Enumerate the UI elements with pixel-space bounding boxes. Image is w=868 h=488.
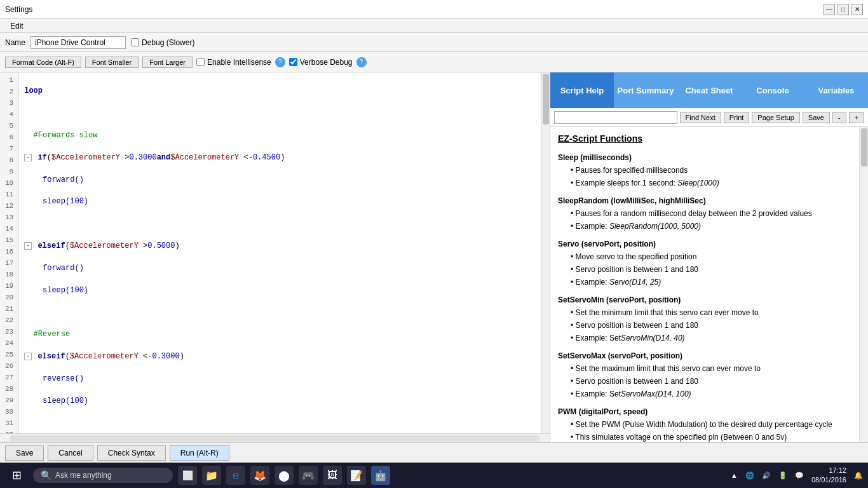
debug-checkbox[interactable] (131, 38, 139, 46)
app9-icon[interactable]: 📝 (347, 466, 366, 485)
intellisense-checkbox[interactable] (196, 58, 205, 66)
save-button[interactable]: Save (5, 445, 44, 461)
check-syntax-button[interactable]: Check Syntax (97, 445, 166, 461)
tab-cheat-sheet[interactable]: Cheat Sheet (677, 72, 741, 108)
debug-checkbox-container: Debug (Slower) (131, 38, 194, 47)
firefox-icon[interactable]: 🦊 (250, 466, 269, 485)
taskbar-search-text: Ask me anything (55, 471, 112, 480)
collapse-13[interactable]: - (24, 353, 32, 360)
verbose-checkbox[interactable] (289, 58, 297, 66)
minimize-button[interactable]: — (824, 4, 835, 15)
tab-console[interactable]: Console (741, 72, 804, 108)
maximize-button[interactable]: □ (837, 4, 849, 15)
func-pwm-b1: • Set the PWM (Pulse Width Modulation) t… (571, 419, 851, 430)
format-code-button[interactable]: Format Code (Alt-F) (5, 57, 81, 68)
save-search-button[interactable]: Save (803, 112, 830, 123)
editor-scroll-container: 123456 789101112 131415161718 1920212223… (0, 72, 550, 433)
app10-icon[interactable]: 🤖 (371, 466, 390, 485)
zoom-in-button[interactable]: + (849, 112, 864, 123)
right-panel: Script Help Port Summary Cheat Sheet Con… (550, 72, 868, 442)
collapse-4[interactable]: - (24, 154, 32, 161)
tab-port-summary[interactable]: Port Summary (614, 72, 677, 108)
func-servo-b1: • Move servo to the specified position (571, 251, 851, 262)
taskbar: ⊞ 🔍 Ask me anything ⬜ 📁 e 🦊 ⬤ 🎮 🖼 📝 🤖 ▲ … (0, 463, 868, 488)
code-line-8: - elseif($AccelerometerY >0.5000) (24, 240, 536, 252)
code-line-16 (24, 417, 536, 429)
func-sleeprandom-name: SleepRandom (lowMilliSec, highMilliSec) (558, 195, 851, 207)
tab-variables[interactable]: Variables (804, 72, 868, 108)
code-editor[interactable]: loop #Forwards slow - if($AccelerometerY… (19, 72, 541, 433)
task-view-icon[interactable]: ⬜ (178, 466, 197, 485)
help-scrollbar-vertical[interactable] (859, 127, 868, 442)
verbose-container: Verbose Debug (289, 58, 353, 67)
taskbar-network-icon: 🌐 (745, 471, 754, 480)
code-line-6: sleep(100) (24, 196, 536, 208)
toolbar: Format Code (Alt-F) Font Smaller Font La… (0, 52, 868, 72)
code-line-9: forward() (24, 262, 536, 274)
debug-label: Debug (Slower) (142, 38, 194, 47)
code-line-10: sleep(100) (24, 285, 536, 296)
code-line-3: #Forwards slow (24, 130, 536, 141)
func-sleep-b1: • Pauses for specified milliseconds (571, 165, 851, 176)
search-input[interactable] (554, 111, 677, 124)
find-next-button[interactable]: Find Next (680, 112, 721, 123)
code-content[interactable]: 123456 789101112 131415161718 1920212223… (0, 72, 541, 433)
func-setservomax-name: SetServoMax (servoPort, position) (558, 350, 851, 362)
verbose-help-icon[interactable]: ? (356, 57, 367, 67)
clock-time: 17:12 (811, 466, 846, 475)
editor-scroll-thumb[interactable] (543, 74, 549, 125)
name-label: Name (5, 38, 25, 47)
help-content: EZ-Script Functions Sleep (milliseconds)… (550, 127, 859, 442)
help-title: EZ-Script Functions (558, 132, 851, 146)
editor-scrollbar-vertical[interactable] (541, 72, 550, 433)
name-input[interactable] (31, 36, 126, 49)
taskbar-up-arrow[interactable]: ▲ (731, 471, 738, 479)
menu-edit[interactable]: Edit (5, 20, 29, 32)
intellisense-container: Enable Intellisense (196, 58, 271, 67)
font-larger-button[interactable]: Font Larger (142, 57, 193, 68)
app8-icon[interactable]: 🖼 (323, 466, 342, 485)
editor-area: 123456 789101112 131415161718 1920212223… (0, 72, 550, 442)
notification-icon[interactable]: 🔔 (854, 471, 863, 480)
app6-icon[interactable]: ⬤ (275, 466, 294, 485)
tab-buttons: Script Help Port Summary Cheat Sheet Con… (550, 72, 868, 108)
bottom-bar: Save Cancel Check Syntax Run (Alt-R) (0, 442, 868, 463)
edge-icon[interactable]: e (226, 466, 245, 485)
tab-script-help[interactable]: Script Help (550, 72, 614, 108)
close-button[interactable]: ✕ (851, 4, 863, 15)
help-scroll-thumb[interactable] (861, 128, 867, 166)
editor-scrollbar-horizontal[interactable] (0, 433, 550, 442)
intellisense-help-icon[interactable]: ? (275, 57, 285, 67)
func-pwm-b2: • This simulates voltage on the specifie… (571, 431, 851, 442)
run-button[interactable]: Run (Alt-R) (170, 445, 229, 461)
func-servo-b3: • Example: Servo(D14, 25) (571, 276, 851, 288)
start-button[interactable]: ⊞ (5, 464, 28, 487)
func-servo-name: Servo (servoPort, position) (558, 238, 851, 250)
code-line-1: loop (24, 86, 536, 97)
collapse-8[interactable]: - (24, 242, 32, 250)
func-servo-b2: • Servo position is between 1 and 180 (571, 264, 851, 275)
func-sleep-b2: • Example sleeps for 1 second: Sleep(100… (571, 177, 851, 189)
print-button[interactable]: Print (724, 112, 750, 123)
cancel-button[interactable]: Cancel (48, 445, 93, 461)
code-line-12: #Reverse (24, 329, 536, 341)
zoom-out-button[interactable]: - (832, 112, 846, 123)
func-sleeprandom-b2: • Example: SleepRandom(1000, 5000) (571, 220, 851, 232)
func-sleeprandom-b1: • Pauses for a random millisecond delay … (571, 208, 851, 219)
file-explorer-icon[interactable]: 📁 (202, 466, 221, 485)
func-setservomax-b1: • Set the maximum limit that this servo … (571, 363, 851, 374)
font-smaller-button[interactable]: Font Smaller (85, 57, 139, 68)
main-layout: 123456 789101112 131415161718 1920212223… (0, 72, 868, 442)
func-setservomax-b2: • Servo position is between 1 and 180 (571, 376, 851, 387)
menu-bar: Edit (0, 19, 868, 33)
page-setup-button[interactable]: Page Setup (752, 112, 800, 123)
taskbar-clock: 17:12 08/01/2016 (811, 466, 846, 485)
app7-icon[interactable]: 🎮 (299, 466, 318, 485)
line-numbers: 123456 789101112 131415161718 1920212223… (0, 72, 19, 433)
taskbar-message-icon: 💬 (795, 471, 804, 480)
code-line-11 (24, 307, 536, 318)
code-line-5: forward() (24, 174, 536, 186)
func-sleep-name: Sleep (milliseconds) (558, 152, 851, 163)
title-bar-controls: — □ ✕ (824, 4, 863, 15)
taskbar-left: ⊞ 🔍 Ask me anything ⬜ 📁 e 🦊 ⬤ 🎮 🖼 📝 🤖 (5, 464, 390, 487)
